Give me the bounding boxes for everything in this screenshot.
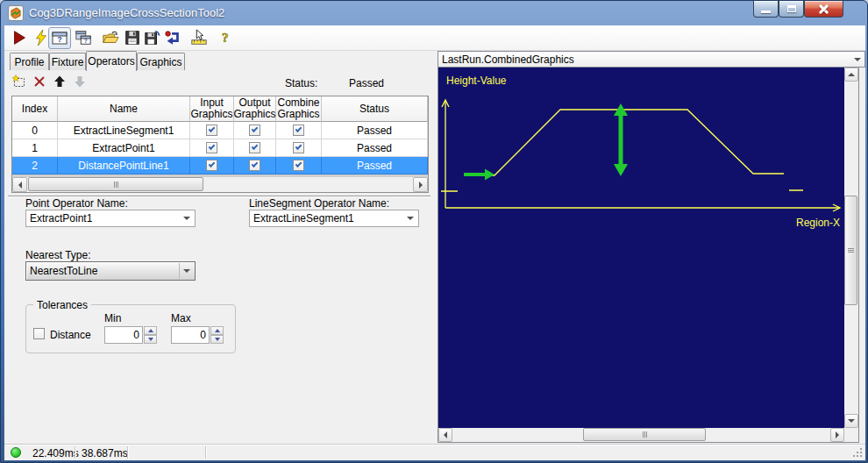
maximize-icon — [787, 5, 796, 12]
svg-text:?: ? — [84, 38, 88, 44]
save-as-icon[interactable] — [143, 28, 162, 47]
scroll-right-button[interactable] — [413, 177, 428, 192]
status-value: Passed — [349, 77, 384, 89]
tab-graphics[interactable]: Graphics — [137, 53, 185, 70]
run-status-indicator — [11, 447, 21, 458]
nearest-type-combobox[interactable]: NearestToLine — [25, 261, 196, 281]
run-button[interactable] — [10, 28, 29, 47]
svg-text:?: ? — [57, 35, 62, 44]
graphics-record-selector[interactable]: LastRun.CombinedGraphics — [438, 51, 865, 68]
point-operator-label: Point Operator Name: — [25, 197, 128, 210]
scroll-down-button[interactable] — [844, 414, 858, 428]
scroll-right-button[interactable] — [830, 428, 844, 442]
maximize-button[interactable] — [779, 1, 804, 18]
execution-time: 22.409ms — [32, 447, 79, 459]
total-time: 38.687ms — [82, 447, 128, 459]
col-header-input-graphics[interactable]: Input Graphics — [190, 96, 234, 122]
col-header-index[interactable]: Index — [12, 96, 58, 122]
distance-label: Distance — [50, 329, 91, 341]
title-bar[interactable]: Cog3DRangeImageCrossSectionTool2 — [1, 1, 867, 25]
combine-graphics-checkbox[interactable] — [293, 125, 304, 136]
show-result-window-button[interactable]: ? — [48, 27, 71, 49]
reset-icon[interactable] — [163, 28, 182, 47]
graphics-horizontal-scrollbar[interactable] — [438, 428, 859, 443]
close-icon — [818, 4, 829, 15]
delete-operator-button[interactable] — [32, 75, 46, 89]
min-increment-button[interactable] — [144, 326, 157, 335]
client-area: ? ? — [4, 25, 865, 460]
scroll-up-button[interactable] — [844, 68, 858, 82]
window-title: Cog3DRangeImageCrossSectionTool2 — [29, 6, 224, 19]
min-value-field[interactable]: 0 — [104, 326, 143, 344]
nearest-type-label: Nearest Type: — [25, 249, 90, 261]
help-icon[interactable]: ? — [215, 28, 234, 47]
input-graphics-checkbox[interactable] — [206, 160, 217, 171]
scroll-left-button[interactable] — [438, 428, 452, 442]
combine-graphics-checkbox[interactable] — [293, 142, 304, 153]
chevron-down-icon — [402, 211, 417, 225]
output-graphics-checkbox[interactable] — [249, 125, 260, 136]
scrollbar-thumb[interactable] — [844, 196, 857, 305]
float-window-button[interactable]: ? — [74, 28, 93, 47]
scrollbar-thumb[interactable] — [583, 428, 706, 441]
scroll-left-button[interactable] — [12, 177, 27, 192]
table-row[interactable]: 1 ExtractPoint1 Passed — [12, 139, 428, 157]
output-graphics-checkbox[interactable] — [249, 142, 260, 153]
input-graphics-checkbox[interactable] — [206, 142, 217, 153]
col-header-status[interactable]: Status — [322, 96, 428, 122]
close-button[interactable] — [804, 1, 843, 18]
max-value-field[interactable]: 0 — [171, 326, 210, 344]
linesegment-operator-label: LineSegment Operator Name: — [249, 197, 389, 210]
app-icon — [8, 5, 24, 21]
add-operator-button[interactable] — [12, 75, 26, 89]
output-graphics-checkbox[interactable] — [249, 160, 260, 171]
chevron-down-icon — [854, 52, 861, 67]
svg-text:?: ? — [222, 30, 229, 45]
min-spinner[interactable]: 0 — [104, 326, 157, 344]
grid-horizontal-scrollbar[interactable] — [12, 177, 428, 192]
linesegment-operator-combobox[interactable]: ExtractLineSegment1 — [249, 210, 419, 227]
scrollbar-thumb[interactable] — [28, 177, 203, 191]
chevron-down-icon — [179, 211, 194, 225]
col-header-name[interactable]: Name — [58, 96, 190, 122]
table-row[interactable]: 0 ExtractLineSegment1 Passed — [12, 122, 428, 139]
resize-grip[interactable] — [853, 448, 862, 457]
main-toolbar: ? ? — [4, 25, 865, 51]
operators-grid: Index Name Input Graphics Output Graphic… — [11, 96, 429, 193]
status-bar: 22.409ms 38.687ms — [4, 444, 865, 460]
max-decrement-button[interactable] — [210, 335, 224, 344]
min-decrement-button[interactable] — [144, 335, 157, 344]
tab-profile[interactable]: Profile — [10, 53, 49, 70]
tolerances-group-label: Tolerances — [33, 299, 91, 311]
min-label: Min — [104, 312, 121, 324]
graphics-display[interactable]: Height-Value Region-X — [438, 68, 844, 428]
input-graphics-checkbox[interactable] — [206, 125, 217, 136]
distance-arrow-head-down — [614, 164, 628, 176]
col-header-combine-graphics[interactable]: Combine Graphics — [276, 96, 322, 122]
tool-window: Cog3DRangeImageCrossSectionTool2 ? — [0, 0, 868, 463]
point-arrow-head — [485, 169, 494, 181]
distance-checkbox[interactable] — [33, 328, 45, 339]
grid-header-row: Index Name Input Graphics Output Graphic… — [12, 96, 428, 122]
pointer-measure-icon[interactable] — [189, 28, 209, 47]
tab-fixture[interactable]: Fixture — [49, 53, 86, 70]
max-increment-button[interactable] — [210, 326, 224, 335]
minimize-button[interactable] — [753, 1, 779, 18]
table-row-selected[interactable]: 2 DistancePointLine1 Passed — [12, 157, 428, 175]
col-header-output-graphics[interactable]: Output Graphics — [234, 96, 276, 122]
chevron-down-icon — [179, 263, 194, 279]
move-down-button[interactable] — [73, 75, 87, 89]
status-label: Status: — [285, 77, 317, 89]
save-icon[interactable] — [123, 28, 142, 47]
tolerances-group: Tolerances Min Max Distance 0 0 — [25, 304, 236, 353]
max-spinner[interactable]: 0 — [171, 326, 224, 344]
max-label: Max — [171, 312, 191, 324]
open-file-icon[interactable] — [101, 28, 120, 47]
move-up-button[interactable] — [53, 75, 67, 89]
y-axis-label: Height-Value — [446, 75, 507, 87]
combine-graphics-checkbox[interactable] — [293, 160, 304, 171]
x-axis-label: Region-X — [796, 217, 840, 229]
tab-operators[interactable]: Operators — [86, 51, 137, 71]
point-operator-combobox[interactable]: ExtractPoint1 — [25, 210, 196, 227]
graphics-vertical-scrollbar[interactable] — [844, 68, 859, 428]
